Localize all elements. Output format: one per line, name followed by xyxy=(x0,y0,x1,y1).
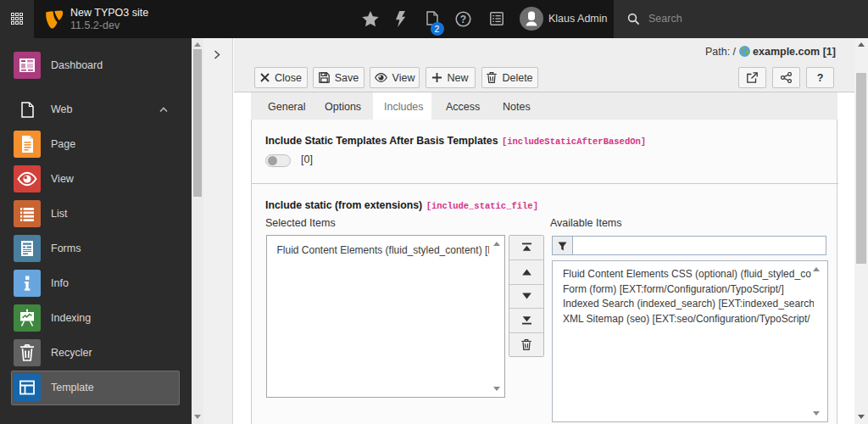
svg-text:?: ? xyxy=(460,14,466,25)
